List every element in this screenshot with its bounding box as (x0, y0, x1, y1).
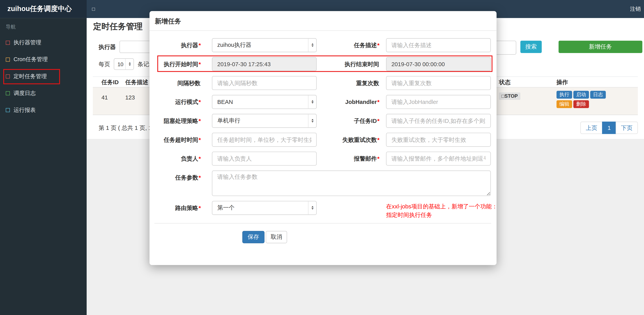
page-title: 定时任务管理 (93, 21, 142, 32)
prev-page-button[interactable]: 上页 (580, 122, 602, 134)
current-page-button[interactable]: 1 (602, 122, 616, 134)
modal-header: 新增任务 (150, 11, 497, 31)
sidebar-item-cron-task-management[interactable]: Cron任务管理 (0, 51, 87, 68)
search-button[interactable]: 搜索 (520, 41, 542, 53)
route-strategy-label: 路由策略* (150, 201, 201, 215)
perpage-label: 每页 (99, 61, 110, 68)
job-desc-label: 任务描述* (274, 38, 380, 52)
alarm-email-input[interactable] (386, 152, 491, 166)
job-params-label: 任务参数* (150, 170, 201, 184)
pagination: 上页 1 下页 (581, 122, 638, 134)
action-start-button[interactable]: 启动 (574, 91, 589, 99)
job-params-textarea[interactable] (212, 170, 491, 196)
form-row-runmode: 运行模式* BEAN ▲▼ JobHandler* (150, 95, 497, 109)
jobhandler-input[interactable] (386, 95, 491, 109)
sidebar-item-label: Cron任务管理 (14, 56, 48, 63)
retry-count-label: 失败重试次数* (274, 133, 380, 147)
feature-note: 在xxl-jobs项目的基础上，新增了一个功能：指定时间执行任务 (386, 202, 501, 219)
sidebar-item-label: 执行器管理 (14, 39, 41, 46)
sidebar-item-label: 运行报表 (14, 106, 36, 114)
sidebar-toggle-icon[interactable]: □ (92, 0, 95, 18)
form-row-executor: 执行器* zuihou执行器 ▲▼ 任务描述* (150, 38, 497, 52)
add-task-button[interactable]: 新增任务 (558, 41, 642, 53)
add-task-modal: 新增任务 执行器* zuihou执行器 ▲▼ 任务描述* 执行开始时间* 执行结… (150, 11, 497, 265)
sidebar-item-label: 定时任务管理 (14, 73, 47, 80)
executor-filter-label: 执行器 (99, 44, 116, 51)
form-row-timeout: 任务超时时间* 失败重试次数* (150, 133, 497, 147)
square-icon (6, 41, 10, 45)
sidebar-item-run-report[interactable]: 运行报表 (0, 102, 87, 118)
col-action: 操作 (556, 79, 568, 86)
route-strategy-select[interactable]: 第一个 ▲▼ (212, 201, 317, 215)
retry-count-input[interactable] (386, 133, 491, 147)
run-mode-label: 运行模式* (150, 95, 201, 109)
modal-title: 新增任务 (155, 17, 181, 26)
block-strategy-label: 阻塞处理策略* (150, 114, 201, 128)
repeat-count-input[interactable] (386, 76, 491, 90)
repeat-count-label: 重复次数 (274, 76, 380, 90)
logout-link[interactable]: 注销 (630, 0, 641, 18)
sidebar-item-label: 调度日志 (14, 89, 36, 97)
child-job-id-input[interactable] (386, 114, 491, 128)
app-brand: zuihou任务调度中心 (0, 0, 87, 18)
action-delete-button[interactable]: 删除 (574, 100, 589, 108)
sidebar-item-executor-management[interactable]: 执行器管理 (0, 34, 87, 51)
alarm-email-label: 报警邮件* (274, 152, 380, 166)
cancel-button[interactable]: 取消 (266, 231, 287, 243)
col-task-desc: 任务描述 (125, 79, 148, 86)
col-task-id: 任务ID (102, 79, 119, 86)
start-time-label: 执行开始时间* (150, 57, 201, 71)
status-badge: □STOP (499, 93, 520, 100)
sidebar-item-dispatch-log[interactable]: 调度日志 (0, 85, 87, 101)
executor-label: 执行器* (150, 38, 201, 52)
job-desc-input[interactable] (386, 38, 491, 52)
end-time-label: 执行结束时间 (274, 57, 380, 71)
square-icon (6, 108, 10, 112)
square-icon (6, 74, 10, 78)
select-arrows-icon: ▲▼ (125, 59, 134, 70)
sidebar-section-label: 导航 (0, 18, 87, 34)
next-page-button[interactable]: 下页 (616, 122, 638, 134)
save-button[interactable]: 保存 (242, 231, 264, 243)
row-actions: 执行 启动 日志 编辑 删除 (556, 91, 610, 110)
form-row-block-strategy: 阻塞处理策略* 单机串行 ▲▼ 子任务ID* (150, 114, 497, 128)
sidebar: 导航 执行器管理 Cron任务管理 定时任务管理 调度日志 运行报表 (0, 18, 87, 315)
action-edit-button[interactable]: 编辑 (556, 100, 572, 108)
form-row-time: 执行开始时间* 执行结束时间 (150, 57, 497, 71)
cell-task-id: 41 (102, 94, 108, 101)
end-time-input[interactable] (386, 57, 491, 71)
owner-label: 负责人* (150, 152, 201, 166)
jobhandler-label: JobHandler* (274, 95, 380, 109)
form-row-interval: 间隔秒数 重复次数 (150, 76, 497, 90)
action-execute-button[interactable]: 执行 (556, 91, 572, 99)
select-arrows-icon: ▲▼ (308, 201, 316, 215)
cell-task-desc: 123 (125, 94, 135, 101)
perpage-select[interactable]: 10 ▲▼ (114, 59, 134, 70)
perpage-value: 10 (114, 61, 125, 67)
square-icon (6, 91, 10, 95)
square-icon (6, 57, 10, 61)
col-status: 状态 (499, 79, 510, 86)
app-root: zuihou任务调度中心 □ 注销 导航 执行器管理 Cron任务管理 定时任务… (0, 0, 644, 315)
timeout-label: 任务超时时间* (150, 133, 201, 147)
child-job-id-label: 子任务ID* (274, 114, 380, 128)
sidebar-item-scheduled-task-management[interactable]: 定时任务管理 (0, 68, 87, 85)
action-log-button[interactable]: 日志 (590, 91, 606, 99)
form-row-owner: 负责人* 报警邮件* (150, 152, 497, 166)
interval-label: 间隔秒数 (150, 76, 201, 90)
modal-divider (154, 223, 491, 223)
